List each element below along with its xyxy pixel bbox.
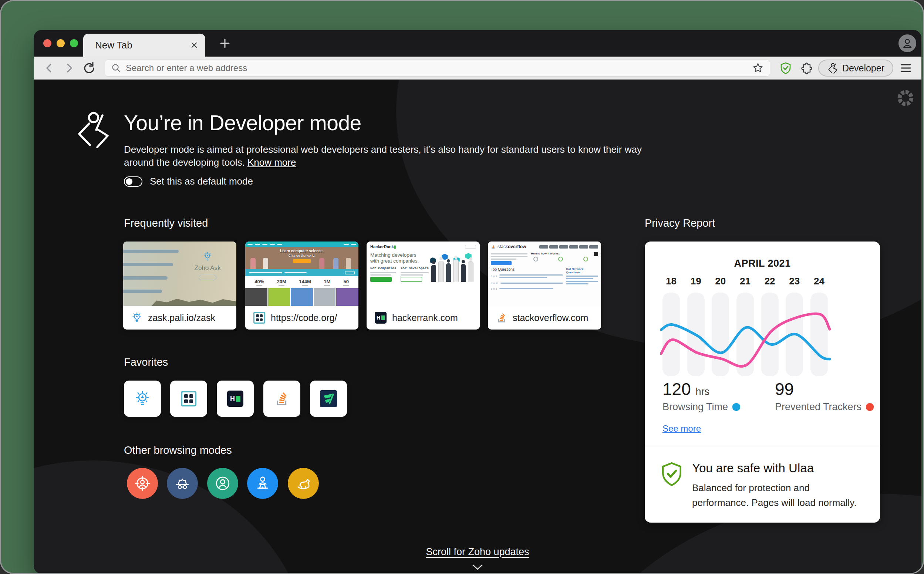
stackoverflow-mini-icon bbox=[491, 244, 496, 249]
mode-personal[interactable] bbox=[207, 468, 238, 499]
description-text: Developer mode is aimed at professional … bbox=[124, 144, 642, 168]
site-url: stackoverflow.com bbox=[512, 312, 588, 323]
hamburger-menu-icon bbox=[900, 63, 912, 74]
target-user-icon bbox=[133, 474, 151, 493]
hackerrank-favicon: H bbox=[375, 312, 386, 323]
search-icon bbox=[111, 63, 121, 73]
menu-button[interactable] bbox=[899, 61, 913, 76]
developer-mode-icon bbox=[827, 63, 838, 74]
site-url: hackerrank.com bbox=[392, 312, 458, 323]
site-card-stackoverflow[interactable]: stackstackoverflowoverflow Here's how it… bbox=[488, 241, 601, 330]
navigation-bar: Search or enter a web address bbox=[34, 57, 921, 79]
mode-work[interactable] bbox=[247, 468, 278, 499]
safe-title: You are safe with Ulaa bbox=[692, 461, 814, 475]
chevron-down-icon[interactable] bbox=[472, 564, 483, 570]
new-tab-page: You’re in Developer mode Developer mode … bbox=[34, 79, 921, 574]
back-button[interactable] bbox=[42, 61, 57, 76]
zask-favicon bbox=[131, 312, 142, 323]
favorite-stackoverflow[interactable] bbox=[263, 380, 300, 417]
browser-window: New Tab bbox=[34, 30, 921, 574]
site-card-code-org[interactable]: Learn computer science. Change the world… bbox=[245, 241, 358, 330]
site-card-hackerrank[interactable]: HackerRank▮ Matching developers with gre… bbox=[367, 241, 480, 330]
zoom-window-button[interactable] bbox=[70, 39, 78, 47]
site-card-zask[interactable]: Zoho Ask zask.pali.i bbox=[123, 241, 237, 330]
privacy-report-title: Privacy Report bbox=[645, 217, 715, 229]
close-window-button[interactable] bbox=[43, 39, 51, 47]
favorite-zoho-ask[interactable] bbox=[124, 380, 161, 417]
bookmark-star-icon[interactable] bbox=[752, 62, 764, 74]
lightbulb-icon bbox=[203, 252, 212, 262]
default-mode-toggle[interactable] bbox=[124, 177, 142, 187]
site-label: zask.pali.io/zask bbox=[123, 306, 237, 330]
favorite-f-logo[interactable] bbox=[310, 380, 347, 417]
safe-description: Balanced for protection and performance.… bbox=[692, 481, 867, 510]
know-more-link[interactable]: Know more bbox=[248, 157, 296, 168]
page-description: Developer mode is aimed at professional … bbox=[124, 143, 668, 169]
rocking-horse-icon bbox=[294, 474, 313, 493]
tab-title: New Tab bbox=[95, 39, 191, 51]
scroll-updates-row: Scroll for Zoho updates bbox=[34, 546, 921, 558]
site-label: H hackerrank.com bbox=[367, 306, 480, 330]
profile-avatar[interactable] bbox=[899, 35, 916, 52]
site-safety-button[interactable] bbox=[778, 61, 793, 76]
sync-spinner-icon[interactable] bbox=[896, 88, 915, 108]
mode-incognito[interactable] bbox=[167, 468, 198, 499]
page-title: You’re in Developer mode bbox=[124, 110, 361, 135]
minimize-window-button[interactable] bbox=[57, 39, 65, 47]
f-logo-icon bbox=[320, 390, 337, 407]
so-top-questions: Top Questions bbox=[491, 267, 563, 271]
code-org-grid-icon bbox=[181, 391, 196, 407]
forward-icon bbox=[63, 62, 76, 74]
frequently-visited-title: Frequently visited bbox=[124, 217, 208, 229]
shield-check-icon bbox=[779, 62, 792, 75]
mode-kids[interactable] bbox=[288, 468, 319, 499]
site-thumbnail-hackerrank: HackerRank▮ Matching developers with gre… bbox=[367, 241, 480, 306]
favorite-hackerrank[interactable]: H bbox=[217, 380, 254, 417]
extensions-button[interactable] bbox=[798, 61, 813, 76]
new-tab-button[interactable] bbox=[219, 37, 231, 50]
code-org-favicon bbox=[253, 312, 265, 323]
zask-thumb-button bbox=[199, 275, 216, 280]
so-hot-questions: Hot Network Questions bbox=[566, 267, 598, 274]
site-thumbnail-zask: Zoho Ask bbox=[123, 241, 237, 306]
site-thumbnail-code-org: Learn computer science. Change the world… bbox=[245, 241, 358, 306]
scroll-updates-link[interactable]: Scroll for Zoho updates bbox=[426, 546, 529, 557]
prevented-trackers-dot bbox=[866, 403, 874, 411]
browsing-time-label: Browsing Time bbox=[662, 401, 740, 413]
mode-tracker-free[interactable] bbox=[127, 468, 158, 499]
privacy-report-card: APRIL 2021 1819 2021 2223 24 bbox=[645, 241, 880, 523]
card-divider bbox=[645, 446, 880, 446]
site-label: https://code.org/ bbox=[245, 306, 358, 330]
address-bar-placeholder: Search or enter a web address bbox=[126, 63, 747, 73]
site-thumbnail-stackoverflow: stackstackoverflowoverflow Here's how it… bbox=[488, 241, 601, 306]
privacy-days-row: 1819 2021 2223 24 bbox=[662, 276, 828, 287]
desktop-background: New Tab bbox=[0, 0, 924, 574]
favorites-title: Favorites bbox=[124, 356, 168, 368]
see-more-link[interactable]: See more bbox=[662, 423, 701, 434]
window-controls bbox=[43, 39, 78, 47]
code-org-hero-text: Learn computer science. Change the world… bbox=[245, 249, 358, 258]
browsing-modes-title: Other browsing modes bbox=[124, 444, 232, 456]
tab-new-tab[interactable]: New Tab bbox=[83, 34, 205, 57]
reload-button[interactable] bbox=[82, 61, 96, 76]
stackoverflow-favicon bbox=[496, 312, 507, 323]
person-circle-icon bbox=[213, 474, 232, 493]
favorite-code-org[interactable] bbox=[170, 380, 207, 417]
lightbulb-icon bbox=[134, 391, 151, 407]
privacy-chart bbox=[662, 293, 828, 376]
privacy-chart-lines bbox=[660, 293, 831, 376]
code-org-stats: 40% 20M 144M 1M 50 bbox=[245, 276, 358, 288]
privacy-month-label: APRIL 2021 bbox=[645, 258, 880, 269]
back-icon bbox=[43, 62, 55, 74]
hackerrank-icon: H bbox=[227, 391, 243, 407]
address-bar[interactable]: Search or enter a web address bbox=[105, 60, 770, 77]
reload-icon bbox=[82, 62, 96, 75]
prevented-trackers-value: 99 bbox=[775, 379, 794, 399]
tab-close-icon[interactable] bbox=[191, 41, 198, 49]
developer-mode-button[interactable]: Developer bbox=[818, 60, 893, 77]
forward-button[interactable] bbox=[62, 61, 77, 76]
developer-mode-hero-icon bbox=[74, 111, 112, 148]
safe-shield-check-icon bbox=[661, 462, 683, 486]
person-laptop-icon bbox=[253, 474, 272, 493]
browsing-time-dot bbox=[732, 403, 740, 411]
